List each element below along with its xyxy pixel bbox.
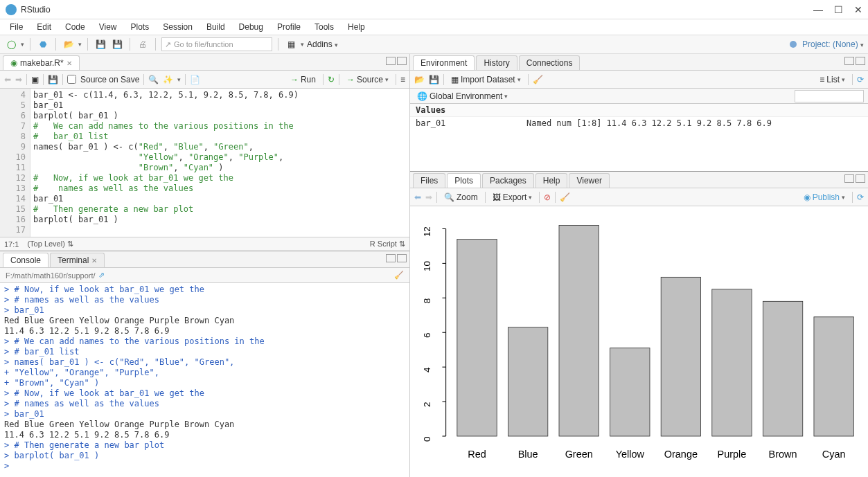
window-title: RStudio [21,5,813,15]
close-tab-icon[interactable]: ✕ [67,60,72,67]
console-pane: Console Terminal ✕ F:/math/math160r/supp… [0,251,409,477]
menu-bar: FileEditCodeViewPlotsSessionBuildDebugPr… [0,19,868,35]
save-workspace-icon[interactable]: 💾 [429,75,439,84]
menu-session[interactable]: Session [157,21,198,33]
source-on-save-checkbox[interactable] [67,75,76,84]
title-bar: RStudio — ☐ ✕ [0,0,868,19]
back-icon[interactable]: ⬅ [4,75,11,84]
terminal-tab[interactable]: Terminal ✕ [50,253,105,267]
rerun-icon[interactable]: ↻ [328,75,335,84]
minimize-button[interactable]: — [813,4,823,15]
pane-minimize-icon[interactable] [844,57,854,65]
file-type-label[interactable]: R Script ⇅ [370,240,405,249]
menu-tools[interactable]: Tools [309,21,339,33]
env-row[interactable]: bar_01Named num [1:8] 11.4 6.3 12.2 5.1 … [410,117,868,129]
forward-icon[interactable]: ➡ [15,75,22,84]
save-source-icon[interactable]: 💾 [48,75,58,84]
menu-edit[interactable]: Edit [31,21,57,33]
pane-maximize-icon[interactable] [856,174,865,183]
viewer-tab[interactable]: Viewer [569,173,609,188]
plot-next-icon[interactable]: ➡ [425,192,432,202]
addins-button[interactable]: Addins ▾ [307,39,338,49]
menu-build[interactable]: Build [201,21,231,33]
clear-plots-icon[interactable]: 🧹 [560,192,570,202]
view-mode-button[interactable]: ≡ List ▾ [817,74,848,85]
svg-text:Orange: Orange [664,449,698,460]
pane-minimize-icon[interactable] [386,254,396,262]
env-scope-selector[interactable]: 🌐 Global Environment ▾ [414,91,511,102]
open-file-icon[interactable]: 📂 [62,37,76,51]
plot-prev-icon[interactable]: ⬅ [414,192,421,202]
svg-text:Red: Red [468,449,486,460]
svg-text:4: 4 [422,367,432,372]
grid-icon[interactable]: ▦ [284,37,298,51]
r-project-icon [790,41,797,48]
compile-report-icon[interactable]: 📄 [190,75,200,84]
menu-help[interactable]: Help [342,21,371,33]
plots-tab[interactable]: Plots [447,173,481,188]
menu-profile[interactable]: Profile [272,21,306,33]
plots-pane: Files Plots Packages Help Viewer ⬅ ➡ 🔍 Z… [410,172,868,477]
svg-text:Yellow: Yellow [616,449,645,460]
goto-file-function-input[interactable]: ↗ Go to file/function [161,37,272,51]
import-dataset-button[interactable]: ▦ Import Dataset ▾ [448,74,524,85]
menu-code[interactable]: Code [60,21,91,33]
clear-console-icon[interactable]: 🧹 [394,271,404,280]
show-in-new-window-icon[interactable]: ▣ [31,75,39,84]
load-workspace-icon[interactable]: 📂 [414,75,425,84]
menu-debug[interactable]: Debug [233,21,269,33]
save-icon[interactable]: 💾 [94,37,107,51]
pane-maximize-icon[interactable] [397,57,407,65]
scope-label[interactable]: (Top Level) ⇅ [27,240,73,249]
publish-button[interactable]: ◉ Publish ▾ [801,192,848,203]
menu-file[interactable]: File [4,21,28,33]
svg-rect-19 [559,225,599,436]
packages-tab[interactable]: Packages [482,173,534,188]
menu-view[interactable]: View [94,21,123,33]
run-button[interactable]: →Run [287,74,319,85]
svg-text:10: 10 [422,261,432,271]
maximize-button[interactable]: ☐ [834,4,843,15]
export-button[interactable]: 🖼 Export ▾ [490,192,535,203]
save-all-icon[interactable]: 💾 [110,37,124,51]
goto-dir-icon[interactable]: ⇗ [98,271,105,280]
pane-minimize-icon[interactable] [386,57,396,65]
console-tab[interactable]: Console [3,253,48,267]
source-pane: ◉ makebar.R* ✕ ⬅ ➡ ▣ 💾 Source on Save 🔍 … [0,54,409,251]
wand-icon[interactable]: ✨ [163,75,173,84]
refresh-plot-icon[interactable]: ⟳ [857,192,864,202]
svg-rect-21 [610,348,650,436]
print-icon[interactable]: 🖨 [136,37,150,51]
remove-plot-icon[interactable]: ⊘ [544,192,551,202]
svg-text:0: 0 [422,436,432,441]
code-editor[interactable]: 4567891011121314151617 bar_01 <- c(11.4,… [0,89,409,237]
source-on-save-label: Source on Save [80,75,139,84]
files-tab[interactable]: Files [413,173,445,188]
svg-text:8: 8 [422,298,432,303]
pane-maximize-icon[interactable] [856,57,865,65]
menu-plots[interactable]: Plots [125,21,155,33]
clear-env-icon[interactable]: 🧹 [533,75,543,84]
env-search-input[interactable] [795,90,864,102]
environment-tab[interactable]: Environment [413,55,475,70]
help-tab[interactable]: Help [535,173,568,188]
zoom-button[interactable]: 🔍 Zoom [441,192,481,203]
new-file-icon[interactable]: ◯ [4,37,18,51]
pane-maximize-icon[interactable] [397,254,407,262]
new-project-icon[interactable]: ⬣ [36,37,50,51]
svg-text:Green: Green [565,449,593,460]
svg-text:Blue: Blue [518,449,538,460]
outline-icon[interactable]: ≡ [400,75,405,84]
console-path: F:/math/math160r/support/ [6,271,96,280]
project-selector[interactable]: Project: (None) ▾ [802,39,864,49]
source-button[interactable]: →Source ▾ [344,74,391,85]
pane-minimize-icon[interactable] [844,174,854,183]
close-button[interactable]: ✕ [854,4,862,15]
svg-text:Cyan: Cyan [822,449,846,460]
console-output[interactable]: > # Now, if we look at bar_01 we get the… [0,283,409,477]
find-icon[interactable]: 🔍 [148,75,159,84]
connections-tab[interactable]: Connections [519,55,581,70]
refresh-env-icon[interactable]: ⟳ [857,75,864,84]
source-tab[interactable]: ◉ makebar.R* ✕ [3,55,80,70]
history-tab[interactable]: History [476,55,517,70]
